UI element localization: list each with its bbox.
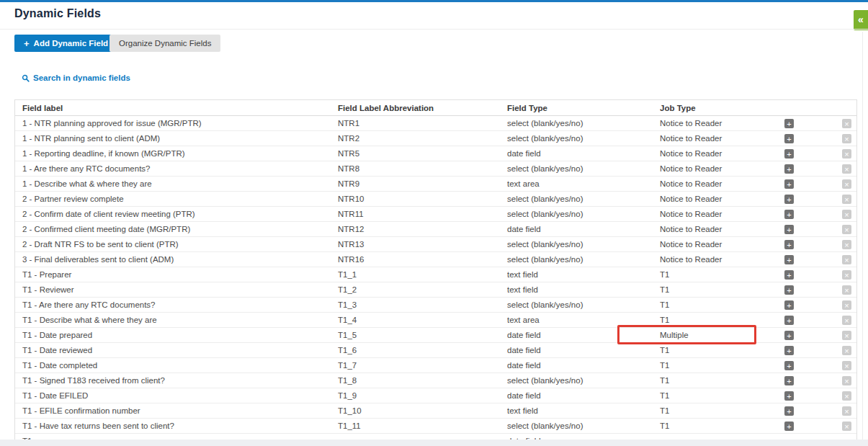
cell-field-label: 2 - Confirm date of client review meetin… — [15, 210, 338, 218]
cell-field-type: select (blank/yes/no) — [507, 195, 660, 203]
row-add-icon-button[interactable]: + — [784, 255, 794, 264]
row-delete-icon-button[interactable]: × — [842, 164, 851, 174]
cell-field-label: T1 - Date completed — [15, 361, 338, 370]
row-add-icon-button[interactable]: + — [784, 376, 794, 385]
row-add-icon-button[interactable]: + — [784, 285, 794, 295]
cell-field-abbreviation: NTR1 — [338, 119, 507, 128]
row-add-icon-button[interactable]: + — [784, 300, 794, 310]
row-add-icon-button[interactable]: + — [784, 316, 794, 325]
collapse-panel-button[interactable]: « — [854, 10, 868, 30]
table-header-row: Field label Field Label Abbreviation Fie… — [15, 100, 856, 116]
row-delete-icon-button[interactable]: × — [842, 331, 851, 340]
row-delete-icon-button[interactable]: × — [842, 255, 851, 264]
cell-field-type: select (blank/yes/no) — [507, 164, 660, 173]
row-add-icon-button[interactable]: + — [784, 195, 794, 204]
header-divider — [0, 29, 868, 30]
top-accent-bar — [0, 0, 868, 2]
cell-field-type: text field — [507, 406, 660, 415]
search-link[interactable]: Search in dynamic fields — [22, 73, 130, 82]
table-row: T1 - Are there any RTC documents?T1_3sel… — [15, 298, 856, 313]
organize-dynamic-fields-label: Organize Dynamic Fields — [119, 39, 211, 48]
table-row: T1 - EFILE confirmation numberT1_10text … — [15, 403, 856, 419]
row-add-icon-button[interactable]: + — [784, 225, 794, 234]
row-add-icon-button[interactable]: + — [784, 422, 794, 431]
row-add-icon-button[interactable]: + — [784, 361, 794, 370]
organize-dynamic-fields-button[interactable]: Organize Dynamic Fields — [109, 35, 220, 52]
cell-field-type: text area — [507, 316, 660, 324]
row-delete-icon-button[interactable]: × — [842, 179, 851, 189]
table-row: T1 - Describe what & where they areT1_4t… — [15, 313, 856, 328]
row-add-icon-button[interactable]: + — [784, 406, 794, 416]
row-add-icon-button[interactable]: + — [784, 346, 794, 355]
table-body: 1 - NTR planning approved for issue (MGR… — [15, 116, 856, 440]
row-delete-icon-button[interactable]: × — [842, 210, 851, 219]
column-header-field-label: Field label — [15, 104, 338, 112]
row-delete-icon-button[interactable]: × — [842, 316, 851, 325]
cell-field-type: select (blank/yes/no) — [507, 210, 660, 218]
table-row: 2 - Draft NTR FS to be sent to client (P… — [15, 237, 856, 252]
row-delete-icon-button[interactable]: × — [842, 346, 851, 355]
table-row: 1 - NTR planning approved for issue (MGR… — [15, 116, 856, 131]
row-delete-icon-button[interactable]: × — [842, 134, 851, 143]
row-add-icon-button[interactable]: + — [784, 119, 794, 128]
cell-field-abbreviation: T1_7 — [338, 361, 507, 370]
row-add-icon-button[interactable]: + — [784, 331, 794, 340]
cell-field-label: T1 - Date prepared — [15, 331, 338, 339]
cell-job-type: T1 — [660, 270, 856, 279]
cell-field-type: date field — [507, 346, 660, 354]
row-delete-icon-button[interactable]: × — [842, 406, 851, 416]
horizontal-scrollbar-track[interactable] — [0, 440, 868, 446]
cell-job-type: T1 — [660, 406, 856, 415]
table-row: T1 - Signed T183 received from client?T1… — [15, 373, 856, 388]
row-delete-icon-button[interactable]: × — [842, 149, 851, 159]
cell-job-type: Notice to Reader — [660, 164, 856, 173]
row-add-icon-button[interactable]: + — [784, 391, 794, 401]
cell-field-abbreviation: NTR5 — [338, 149, 507, 158]
add-dynamic-field-button[interactable]: + Add Dynamic Field — [14, 35, 117, 52]
cell-field-abbreviation: T1_6 — [338, 346, 507, 354]
row-add-icon-button[interactable]: + — [784, 134, 794, 143]
cell-job-type: T1 — [660, 376, 856, 385]
table-row: 2 - Confirm date of client review meetin… — [15, 207, 856, 222]
row-delete-icon-button[interactable]: × — [842, 361, 851, 370]
row-add-icon-button[interactable]: + — [784, 270, 794, 280]
cell-field-label: 2 - Confirmed client meeting date (MGR/P… — [15, 225, 338, 233]
table-row: 1 - Reporting deadline, if known (MGR/PT… — [15, 146, 856, 161]
cell-field-abbreviation: T1_1 — [338, 270, 507, 279]
row-add-icon-button[interactable]: + — [784, 149, 794, 159]
double-chevron-left-icon: « — [858, 14, 864, 25]
row-add-icon-button[interactable]: + — [784, 240, 794, 249]
row-delete-icon-button[interactable]: × — [842, 240, 851, 249]
row-add-icon-button[interactable]: + — [784, 179, 794, 189]
search-icon — [22, 74, 30, 82]
row-delete-icon-button[interactable]: × — [842, 285, 851, 295]
row-delete-icon-button[interactable]: × — [842, 391, 851, 401]
row-add-icon-button[interactable]: + — [784, 164, 794, 174]
row-delete-icon-button[interactable]: × — [842, 300, 851, 310]
table-row: 2 - Partner review completeNTR10select (… — [15, 192, 856, 207]
cell-field-abbreviation: NTR16 — [338, 255, 507, 264]
row-delete-icon-button[interactable]: × — [842, 195, 851, 204]
cell-field-abbreviation: NTR13 — [338, 240, 507, 249]
cell-field-type: select (blank/yes/no) — [507, 255, 660, 264]
table-row: T1 - Date preparedT1_5date fieldMultiple… — [15, 328, 856, 343]
table-row: T1 - Date reviewedT1_6date fieldT1+× — [15, 343, 856, 358]
row-add-icon-button[interactable]: + — [784, 210, 794, 219]
cell-field-type: date field — [507, 361, 660, 370]
cell-field-type: select (blank/yes/no) — [507, 422, 660, 430]
cell-field-abbreviation: T1_11 — [338, 422, 507, 430]
cell-field-type: date field — [507, 331, 660, 339]
row-delete-icon-button[interactable]: × — [842, 225, 851, 234]
cell-field-label: 3 - Final deliverables sent to client (A… — [15, 255, 338, 264]
cell-field-abbreviation: NTR12 — [338, 225, 507, 233]
row-delete-icon-button[interactable]: × — [842, 376, 851, 385]
cell-field-type: select (blank/yes/no) — [507, 240, 660, 249]
table-row: 1 - NTR planning sent to client (ADM)NTR… — [15, 131, 856, 146]
row-delete-icon-button[interactable]: × — [842, 422, 851, 431]
cell-field-type: text field — [507, 270, 660, 279]
cell-field-label: T1 - Describe what & where they are — [15, 316, 338, 324]
cell-field-abbreviation: T1_10 — [338, 406, 507, 415]
cell-field-type: text field — [507, 285, 660, 294]
row-delete-icon-button[interactable]: × — [842, 119, 851, 128]
row-delete-icon-button[interactable]: × — [842, 270, 851, 280]
